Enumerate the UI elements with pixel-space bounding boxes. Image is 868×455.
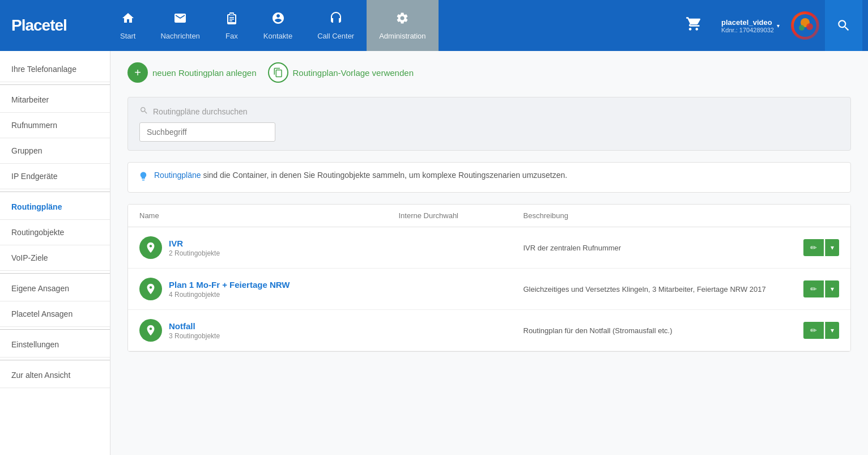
- svg-rect-2: [229, 20, 232, 22]
- sidebar-item-rufnummern[interactable]: Rufnummern: [0, 113, 110, 138]
- sidebar-item-eigene-ansagen[interactable]: Eigene Ansagen: [0, 276, 110, 301]
- dropdown-button-plan1[interactable]: ▾: [825, 280, 839, 297]
- search-label: Routingpläne durchsuchen: [139, 106, 839, 117]
- info-text: Routingpläne sind die Container, in dene…: [154, 171, 567, 180]
- row-title-ivr[interactable]: IVR: [169, 239, 220, 248]
- action-buttons: + neuen Routingplan anlegen Routingplan-…: [127, 62, 851, 83]
- logo[interactable]: Placetel: [11, 16, 91, 35]
- sidebar-item-einstellungen[interactable]: Einstellungen: [0, 332, 110, 358]
- row-title-notfall[interactable]: Notfall: [169, 321, 220, 331]
- user-kdnr: Kdnr.: 1704289032: [721, 27, 774, 33]
- row-desc-notfall: Routingplan für den Notfall (Stromausfal…: [524, 326, 783, 335]
- edit-button-ivr[interactable]: ✏: [803, 239, 824, 256]
- row-icon-ivr: [139, 236, 162, 259]
- use-template-label: Routingplan-Vorlage verwenden: [293, 68, 414, 78]
- user-name: placetel_video: [721, 18, 774, 27]
- row-sub-plan1: 4 Routingobjekte: [169, 291, 290, 299]
- table-row: Notfall 3 Routingobjekte Routingplan für…: [128, 310, 850, 351]
- row-desc-plan1: Gleichzeitiges und Versetztes Klingeln, …: [524, 285, 783, 294]
- row-actions-ivr: ✏ ▾: [782, 239, 839, 256]
- routing-table: Name Interne Durchwahl Beschreibung IVR …: [127, 204, 851, 352]
- sidebar-item-routingobjekte[interactable]: Routingobjekte: [0, 220, 110, 245]
- logo-text-bold: tel: [50, 16, 67, 34]
- top-nav: Placetel Start Nachrichten Fax: [0, 0, 868, 51]
- search-icon-nav[interactable]: [825, 0, 862, 51]
- row-icon-notfall: [139, 319, 162, 342]
- row-title-plan1[interactable]: Plan 1 Mo-Fr + Feiertage NRW: [169, 280, 290, 290]
- row-actions-notfall: ✏ ▾: [782, 322, 839, 339]
- settings-icon: [395, 11, 409, 28]
- col-header-durchwahl: Interne Durchwahl: [399, 211, 524, 220]
- sidebar-item-placetel-ansagen[interactable]: Placetel Ansagen: [0, 301, 110, 327]
- search-input[interactable]: [139, 122, 275, 142]
- sidebar-item-zur-alten-ansicht[interactable]: Zur alten Ansicht: [0, 363, 110, 388]
- search-label-icon: [139, 106, 148, 117]
- nav-right: placetel_video Kdnr.: 1704289032 ▾: [677, 0, 868, 51]
- row-actions-plan1: ✏ ▾: [782, 280, 839, 297]
- nav-label-start: Start: [120, 32, 135, 40]
- sidebar-item-telefonanlage[interactable]: Ihre Telefonanlage: [0, 57, 110, 82]
- svg-rect-0: [229, 17, 234, 18]
- table-header: Name Interne Durchwahl Beschreibung: [128, 205, 850, 227]
- plus-circle-icon: +: [127, 62, 148, 83]
- nav-item-start[interactable]: Start: [108, 0, 148, 51]
- info-description: sind die Container, in denen Sie Routing…: [201, 171, 568, 180]
- nav-label-callcenter: Call Center: [317, 32, 354, 40]
- nav-label-fax: Fax: [225, 32, 238, 40]
- row-icon-plan1: [139, 278, 162, 300]
- new-routing-plan-label: neuen Routingplan anlegen: [152, 68, 257, 78]
- dropdown-button-notfall[interactable]: ▾: [825, 322, 839, 339]
- row-sub-ivr: 2 Routingobjekte: [169, 249, 220, 257]
- row-name-plan1: Plan 1 Mo-Fr + Feiertage NRW 4 Routingob…: [139, 278, 399, 300]
- logo-text-plain: Place: [11, 16, 50, 34]
- home-icon: [121, 11, 135, 28]
- nav-item-administration[interactable]: Administration: [367, 0, 438, 51]
- main-content: + neuen Routingplan anlegen Routingplan-…: [110, 51, 868, 455]
- user-info[interactable]: placetel_video Kdnr.: 1704289032 ▾: [716, 18, 785, 33]
- nav-item-fax[interactable]: Fax: [212, 0, 251, 51]
- use-template-button[interactable]: Routingplan-Vorlage verwenden: [268, 62, 414, 83]
- svg-point-5: [806, 23, 813, 30]
- search-section-label: Routingpläne durchsuchen: [153, 107, 248, 116]
- bulb-icon: [138, 171, 148, 184]
- nav-item-kontakte[interactable]: Kontakte: [251, 0, 305, 51]
- edit-button-notfall[interactable]: ✏: [803, 322, 824, 339]
- svg-point-6: [799, 25, 805, 31]
- sidebar-item-gruppen[interactable]: Gruppen: [0, 138, 110, 164]
- sidebar: Ihre Telefonanlage Mitarbeiter Rufnummer…: [0, 51, 110, 455]
- svg-rect-1: [229, 19, 234, 20]
- info-link[interactable]: Routingpläne: [154, 171, 201, 180]
- nav-label-administration: Administration: [379, 32, 426, 40]
- row-name-notfall: Notfall 3 Routingobjekte: [139, 319, 399, 342]
- row-sub-notfall: 3 Routingobjekte: [169, 332, 220, 340]
- table-row: Plan 1 Mo-Fr + Feiertage NRW 4 Routingob…: [128, 269, 850, 310]
- row-name-ivr: IVR 2 Routingobjekte: [139, 236, 399, 259]
- mail-icon: [173, 11, 187, 28]
- col-header-beschreibung: Beschreibung: [524, 211, 783, 220]
- fax-icon: [225, 11, 239, 28]
- contact-icon: [271, 11, 285, 28]
- nav-item-callcenter[interactable]: Call Center: [305, 0, 367, 51]
- layout: Ihre Telefonanlage Mitarbeiter Rufnummer…: [0, 51, 868, 455]
- col-header-actions: [782, 211, 839, 220]
- dropdown-button-ivr[interactable]: ▾: [825, 239, 839, 256]
- col-header-name: Name: [139, 211, 399, 220]
- sidebar-item-mitarbeiter[interactable]: Mitarbeiter: [0, 87, 110, 113]
- sidebar-item-routingplaene[interactable]: Routingpläne: [0, 194, 110, 220]
- nav-item-nachrichten[interactable]: Nachrichten: [148, 0, 212, 51]
- nav-label-nachrichten: Nachrichten: [160, 32, 199, 40]
- table-row: IVR 2 Routingobjekte IVR der zentralen R…: [128, 227, 850, 269]
- sidebar-item-ip-endgeraete[interactable]: IP Endgeräte: [0, 164, 110, 189]
- new-routing-plan-button[interactable]: + neuen Routingplan anlegen: [127, 62, 257, 83]
- cart-icon[interactable]: [677, 16, 710, 35]
- avatar[interactable]: [791, 11, 819, 40]
- sidebar-item-voip-ziele[interactable]: VoIP-Ziele: [0, 245, 110, 271]
- nav-label-kontakte: Kontakte: [263, 32, 292, 40]
- edit-button-plan1[interactable]: ✏: [803, 280, 824, 297]
- user-dropdown-chevron: ▾: [777, 23, 780, 29]
- row-desc-ivr: IVR der zentralen Rufnummer: [524, 244, 783, 252]
- search-section: Routingpläne durchsuchen: [127, 97, 851, 151]
- nav-items: Start Nachrichten Fax Kontakte: [108, 0, 677, 51]
- headset-icon: [329, 11, 343, 28]
- copy-circle-icon: [268, 62, 288, 83]
